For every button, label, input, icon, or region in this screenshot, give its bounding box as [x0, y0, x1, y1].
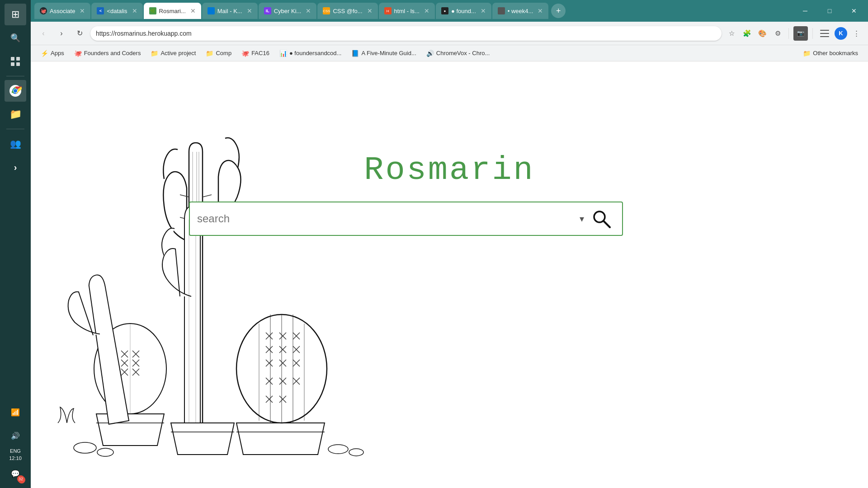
- bookmark-founders[interactable]: 🐙 Founders and Coders: [70, 47, 146, 60]
- tab-close-found[interactable]: ✕: [481, 7, 486, 14]
- wifi-icon[interactable]: 📶: [5, 401, 26, 423]
- addr-sep-2: [812, 28, 813, 39]
- bookmark-active-project-label: Active project: [160, 50, 196, 56]
- search-dropdown-icon[interactable]: ▾: [576, 213, 588, 224]
- bookmark-other[interactable]: 📁 Other bookmarks: [798, 47, 863, 60]
- svg-rect-3: [16, 62, 20, 66]
- back-button[interactable]: ‹: [36, 26, 51, 41]
- svg-point-7: [14, 89, 17, 93]
- tab-datalis[interactable]: < <datalis ✕: [91, 3, 142, 19]
- active-project-bookmark-icon: 📁: [151, 50, 158, 57]
- forward-button[interactable]: ›: [54, 26, 69, 41]
- tab-associate[interactable]: 🐙 Associate ✕: [34, 3, 90, 19]
- apps-bookmark-icon: ⚡: [41, 50, 48, 57]
- profile-avatar[interactable]: K: [835, 27, 847, 40]
- url-input[interactable]: [90, 26, 722, 41]
- tab-html[interactable]: H html - ls... ✕: [379, 3, 435, 19]
- tab-close-html[interactable]: ✕: [424, 7, 429, 14]
- address-bar: ‹ › ↻ ☆ 🧩 🎨 ⚙ 📷 K ⋮: [31, 22, 868, 45]
- svg-line-77: [604, 221, 610, 227]
- new-tab-button[interactable]: +: [551, 4, 566, 18]
- people-icon[interactable]: 👥: [5, 133, 26, 155]
- tab-found[interactable]: ● ● found... ✕: [436, 3, 491, 19]
- search-box: ▾: [189, 202, 623, 236]
- tab-close-css[interactable]: ✕: [367, 7, 373, 14]
- page-content: Rosmarin ▾: [31, 61, 868, 488]
- tab-label-associate: Associate: [50, 8, 75, 14]
- tab-label-css: CSS @fo...: [333, 8, 362, 14]
- tab-favicon-mail: [208, 7, 215, 14]
- tab-mail[interactable]: Mail - K... ✕: [202, 3, 258, 19]
- bookmark-founders-label: Founders and Coders: [84, 50, 141, 56]
- svg-rect-10: [820, 36, 829, 37]
- svg-rect-9: [820, 33, 829, 34]
- bookmark-foundersandcod[interactable]: 📊 ● foundersandcod...: [275, 47, 346, 60]
- bookmark-active-project[interactable]: 📁 Active project: [146, 47, 200, 60]
- tab-label-mail: Mail - K...: [217, 8, 242, 14]
- five-minute-bookmark-icon: 📘: [351, 50, 359, 57]
- language-indicator[interactable]: ENG: [10, 448, 21, 454]
- tab-rosmarin[interactable]: 🌿 Rosmari... ✕: [144, 3, 201, 19]
- bookmark-five-minute[interactable]: 📘 A Five-Minute Guid...: [347, 47, 420, 60]
- tab-label-cyberki: Cyber Ki...: [274, 8, 302, 14]
- fac16-bookmark-icon: 🐙: [241, 50, 249, 57]
- tab-favicon-datalis: <: [97, 7, 104, 14]
- svg-point-74: [328, 445, 348, 454]
- close-button[interactable]: ✕: [844, 4, 864, 18]
- tab-close-mail[interactable]: ✕: [247, 7, 252, 14]
- search-wrapper: ▾: [189, 202, 623, 236]
- addr-sep: [788, 28, 789, 39]
- search-button[interactable]: 🔍: [5, 27, 26, 49]
- bookmark-foundersandcod-label: ● foundersandcod...: [289, 50, 342, 56]
- tab-close-associate[interactable]: ✕: [80, 7, 85, 14]
- tab-close-rosmarin[interactable]: ✕: [190, 7, 196, 14]
- tab-close-week4[interactable]: ✕: [538, 7, 543, 14]
- tab-close-datalis[interactable]: ✕: [132, 7, 137, 14]
- menu-button[interactable]: [817, 27, 832, 40]
- bookmark-fac16[interactable]: 🐙 FAC16: [237, 47, 274, 60]
- chrome-icon[interactable]: [5, 80, 26, 102]
- bookmark-apps[interactable]: ⚡ Apps: [36, 47, 69, 60]
- tab-css[interactable]: CSS CSS @fo... ✕: [317, 3, 377, 19]
- tab-week4[interactable]: • week4... ✕: [492, 3, 549, 19]
- cactus-illustration: [31, 61, 370, 488]
- sound-icon[interactable]: 🔊: [5, 425, 26, 446]
- tab-label-html: html - ls...: [394, 8, 420, 14]
- taskbar-sep-2: [6, 129, 24, 129]
- tab-favicon-cyberki: IL: [264, 7, 271, 14]
- start-button[interactable]: ⊞: [5, 4, 26, 25]
- bookmark-five-minute-label: A Five-Minute Guid...: [361, 50, 416, 56]
- tab-favicon-html: H: [384, 7, 392, 14]
- tab-cyberki[interactable]: IL Cyber Ki... ✕: [259, 3, 317, 19]
- bookmark-other-label: Other bookmarks: [813, 50, 858, 56]
- browser-window: 🐙 Associate ✕ < <datalis ✕ 🌿 Rosmari... …: [31, 0, 868, 488]
- taskbar-sep-1: [6, 76, 24, 76]
- chromevox-bookmark-icon: 🔊: [426, 50, 434, 57]
- expand-icon[interactable]: ›: [5, 156, 26, 178]
- tab-label-datalis: <datalis: [107, 8, 127, 14]
- tab-favicon-css: CSS: [323, 7, 330, 14]
- settings-icon[interactable]: ⚙: [771, 27, 784, 40]
- tab-close-cyberki[interactable]: ✕: [306, 7, 311, 14]
- minimize-button[interactable]: ─: [795, 4, 816, 18]
- more-options-icon[interactable]: ⋮: [850, 27, 863, 40]
- bookmark-star-icon[interactable]: ☆: [725, 27, 738, 40]
- reload-button[interactable]: ↻: [72, 26, 87, 41]
- file-explorer-icon[interactable]: 📁: [5, 103, 26, 125]
- color-picker-icon[interactable]: 🎨: [756, 27, 769, 40]
- task-view-button[interactable]: [5, 51, 26, 72]
- search-input[interactable]: [197, 212, 576, 225]
- bookmark-chromevox[interactable]: 🔊 ChromeVox - Chro...: [422, 47, 495, 60]
- bookmark-comp[interactable]: 📁 Comp: [201, 47, 236, 60]
- maximize-button[interactable]: □: [819, 4, 840, 18]
- svg-rect-8: [820, 30, 829, 31]
- bookmark-apps-label: Apps: [51, 50, 64, 56]
- notification-icon[interactable]: 💬 32: [5, 463, 26, 484]
- svg-point-75: [349, 449, 363, 456]
- screenshot-icon[interactable]: 📷: [793, 26, 808, 41]
- tab-favicon-rosmarin: 🌿: [149, 7, 156, 14]
- other-bookmarks-icon: 📁: [803, 50, 811, 57]
- extensions-icon[interactable]: 🧩: [741, 27, 753, 40]
- founders-bookmark-icon: 🐙: [74, 50, 82, 57]
- search-button[interactable]: [588, 205, 615, 232]
